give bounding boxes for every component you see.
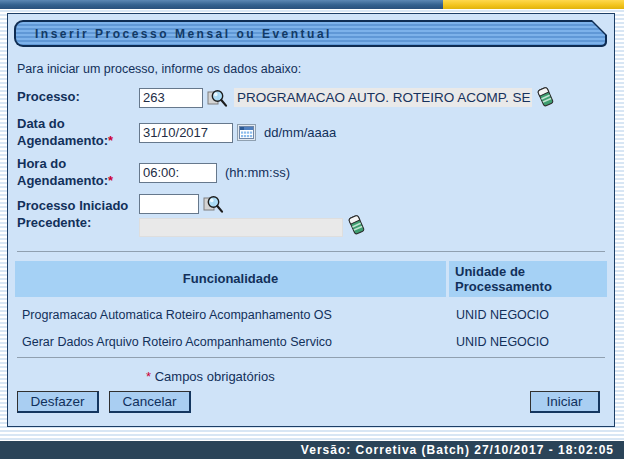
hora-agendamento-row: Hora do Agendamento:* (hh:mm:ss): [17, 156, 614, 190]
cancelar-button[interactable]: Cancelar: [109, 391, 191, 413]
magnifier-lookup-icon[interactable]: [207, 88, 228, 108]
required-asterisk: *: [108, 173, 113, 188]
processo-precedente-description: [139, 218, 343, 237]
table-header-funcionalidade: Funcionalidade: [15, 261, 446, 297]
page-title: Inserir Processo Mensal ou Eventual: [16, 27, 332, 41]
processo-precedente-input[interactable]: [139, 194, 199, 214]
calendar-picker-icon[interactable]: [237, 124, 256, 141]
intro-text: Para iniciar um processo, informe os dad…: [17, 62, 614, 76]
magnifier-lookup-icon[interactable]: [203, 194, 224, 214]
date-format-hint: dd/mm/aaaa: [264, 125, 336, 140]
top-accent-bar-yellow: [443, 0, 624, 9]
eraser-clear-icon[interactable]: [347, 215, 366, 236]
iniciar-button[interactable]: Iniciar: [530, 391, 600, 413]
action-buttons: Desfazer Cancelar Iniciar: [17, 391, 600, 413]
table-header-row: Funcionalidade Unidade de Processamento: [15, 261, 607, 297]
cell-funcionalidade: Programacao Automatica Roteiro Acompanha…: [15, 306, 446, 324]
processo-precedente-label: Processo Iniciado Precedente:: [17, 198, 139, 232]
data-agendamento-row: Data do Agendamento:* dd/mm/aaaa: [17, 116, 614, 150]
data-agendamento-input[interactable]: [139, 123, 233, 143]
time-format-hint: (hh:mm:ss): [225, 165, 290, 180]
cell-unidade: UNID NEGOCIO: [449, 306, 607, 324]
processo-row: Processo: PROGRAMACAO AUTO. ROTEIRO ACOM…: [17, 87, 614, 108]
processo-precedente-fields: [139, 194, 366, 237]
divider: [17, 357, 605, 358]
hora-agendamento-label: Hora do Agendamento:*: [17, 156, 139, 190]
top-accent-bar: [0, 0, 624, 9]
processo-label: Processo:: [17, 89, 139, 106]
processo-input[interactable]: [139, 88, 203, 108]
required-fields-text: Campos obrigatórios: [155, 369, 275, 384]
processo-description: PROGRAMACAO AUTO. ROTEIRO ACOMP. SE: [234, 88, 532, 107]
required-asterisk: *: [108, 133, 113, 148]
hora-agendamento-input[interactable]: [139, 163, 217, 183]
top-accent-bar-blue: [0, 0, 443, 9]
required-fields-note: * Campos obrigatórios: [146, 369, 275, 384]
data-agendamento-label: Data do Agendamento:*: [17, 116, 139, 150]
cell-unidade: UNID NEGOCIO: [449, 333, 607, 351]
table-row: Gerar Dados Arquivo Roteiro Acompanhamen…: [15, 333, 607, 351]
banner-face: Inserir Processo Mensal ou Eventual: [16, 22, 605, 45]
table-row: Programacao Automatica Roteiro Acompanha…: [15, 306, 607, 324]
required-asterisk: *: [146, 369, 151, 384]
version-status-bar: Versão: Corretiva (Batch) 27/10/2017 - 1…: [0, 441, 624, 459]
divider: [17, 251, 605, 252]
cell-funcionalidade: Gerar Dados Arquivo Roteiro Acompanhamen…: [15, 333, 446, 351]
page-title-banner: Inserir Processo Mensal ou Eventual: [14, 20, 607, 47]
table-header-unidade: Unidade de Processamento: [449, 261, 607, 297]
functionality-table: Funcionalidade Unidade de Processamento …: [15, 261, 607, 351]
eraser-clear-icon[interactable]: [536, 87, 555, 108]
desfazer-button[interactable]: Desfazer: [17, 391, 99, 413]
main-panel: Inserir Processo Mensal ou Eventual Para…: [7, 13, 615, 427]
processo-precedente-row: Processo Iniciado Precedente:: [17, 194, 614, 237]
process-form: Processo: PROGRAMACAO AUTO. ROTEIRO ACOM…: [17, 87, 614, 237]
